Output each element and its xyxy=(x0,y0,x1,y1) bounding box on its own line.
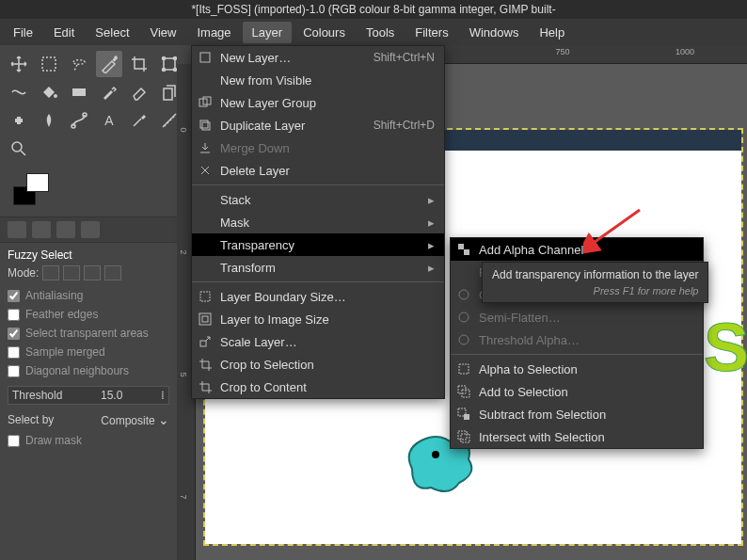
dock-tab-2[interactable] xyxy=(32,221,51,238)
select-by-label: Select by xyxy=(8,413,54,426)
menu-add-to-selection[interactable]: Add to Selection xyxy=(451,380,703,403)
transparent-checkbox[interactable] xyxy=(8,328,20,340)
tool-free-select[interactable] xyxy=(66,51,92,77)
chevron-down-icon: ⌄ xyxy=(158,412,169,427)
threshold-slider[interactable]: Threshold 15.0 ⁞ xyxy=(8,386,169,405)
svg-rect-34 xyxy=(461,434,469,442)
menu-bar: File Edit Select View Image Layer Colour… xyxy=(0,19,747,45)
toolbox: A Fuzzy Select Mode: Antialiasing Feathe… xyxy=(0,45,177,456)
tool-move[interactable] xyxy=(6,51,32,77)
svg-text:A: A xyxy=(104,113,114,128)
menu-new-from-visible[interactable]: New from Visible xyxy=(192,69,444,91)
menu-duplicate-layer[interactable]: Duplicate LayerShift+Ctrl+D xyxy=(192,114,444,136)
svg-rect-2 xyxy=(164,58,175,70)
menu-select[interactable]: Select xyxy=(86,22,138,43)
tool-rect-select[interactable] xyxy=(36,51,62,77)
menu-boundary-size[interactable]: Layer Boundary Size… xyxy=(192,285,444,308)
sample-merged-label: Sample merged xyxy=(25,345,105,359)
svg-point-26 xyxy=(459,312,469,322)
menu-help[interactable]: Help xyxy=(530,22,574,43)
menu-delete-layer[interactable]: Delete Layer xyxy=(192,159,444,182)
menu-colours[interactable]: Colours xyxy=(294,22,355,43)
threshold-value: 15.0 xyxy=(101,389,122,402)
dock-tabs xyxy=(0,216,177,243)
menu-transform[interactable]: Transform▸ xyxy=(192,256,444,279)
tool-heal[interactable] xyxy=(6,107,32,134)
menu-filters[interactable]: Filters xyxy=(405,22,457,43)
svg-point-1 xyxy=(115,56,117,58)
submenu-arrow-icon: ▸ xyxy=(428,193,435,207)
color-swatches[interactable] xyxy=(0,168,177,216)
menu-threshold-alpha: Threshold Alpha… xyxy=(451,328,703,351)
svg-rect-33 xyxy=(458,431,467,440)
menu-image[interactable]: Image xyxy=(187,22,240,43)
antialiasing-checkbox[interactable] xyxy=(8,290,20,302)
svg-rect-22 xyxy=(200,341,206,346)
mode-subtract[interactable] xyxy=(84,265,101,280)
ruler-tick: 2 xyxy=(179,249,188,254)
submenu-arrow-icon: ▸ xyxy=(428,238,435,252)
tool-crop[interactable] xyxy=(126,51,152,77)
draw-mask-checkbox[interactable] xyxy=(8,435,20,447)
selection-replace-icon xyxy=(456,361,471,376)
tool-zoom[interactable] xyxy=(6,136,32,162)
menu-edit[interactable]: Edit xyxy=(44,22,84,43)
tool-fuzzy-select[interactable] xyxy=(96,51,122,77)
gegl-icon xyxy=(456,332,471,347)
menu-mask[interactable]: Mask▸ xyxy=(192,211,444,233)
tool-eraser[interactable] xyxy=(126,79,152,105)
menu-alpha-to-selection[interactable]: Alpha to Selection xyxy=(451,358,703,380)
menu-view[interactable]: View xyxy=(141,22,186,43)
svg-point-27 xyxy=(459,335,469,344)
menu-crop-content[interactable]: Crop to Content xyxy=(192,376,444,398)
tool-smudge[interactable] xyxy=(36,107,62,134)
tool-gradient[interactable] xyxy=(66,79,92,105)
menu-subtract-from-selection[interactable]: Subtract from Selection xyxy=(451,403,703,425)
diagonal-checkbox[interactable] xyxy=(8,365,20,377)
ruler-tick: 0 xyxy=(179,127,188,132)
tool-warp[interactable] xyxy=(6,79,32,105)
menu-new-layer-group[interactable]: New Layer Group xyxy=(192,91,444,114)
svg-point-7 xyxy=(54,94,57,98)
dock-tab-3[interactable] xyxy=(56,221,75,238)
menu-layer[interactable]: Layer xyxy=(243,22,293,43)
menu-transparency[interactable]: Transparency▸ xyxy=(192,233,444,256)
foreground-color[interactable] xyxy=(26,173,49,192)
dock-tab-4[interactable] xyxy=(81,221,100,238)
menu-add-alpha[interactable]: Add Alpha Channel xyxy=(451,238,703,261)
tool-paint[interactable] xyxy=(96,79,122,105)
tool-picker[interactable] xyxy=(126,107,152,134)
select-by-value[interactable]: Composite ⌄ xyxy=(101,412,169,427)
feather-checkbox[interactable] xyxy=(8,309,20,321)
mode-replace[interactable] xyxy=(42,265,59,280)
menu-crop-selection[interactable]: Crop to Selection xyxy=(192,353,444,376)
menu-new-layer[interactable]: New Layer…Shift+Ctrl+N xyxy=(192,46,444,69)
menu-intersect-with-selection[interactable]: Intersect with Selection xyxy=(451,425,703,448)
mode-add[interactable] xyxy=(63,265,80,280)
menu-scale-layer[interactable]: Scale Layer… xyxy=(192,330,444,353)
menu-stack[interactable]: Stack▸ xyxy=(192,188,444,211)
tool-bucket[interactable] xyxy=(36,79,62,105)
menu-tools[interactable]: Tools xyxy=(357,22,404,43)
ruler-tick: 1000 xyxy=(675,47,694,56)
dock-tab-1[interactable] xyxy=(8,221,26,238)
menu-file[interactable]: File xyxy=(4,22,42,43)
threshold-stepper[interactable]: ⁞ xyxy=(161,389,165,402)
svg-rect-18 xyxy=(202,122,210,130)
svg-point-5 xyxy=(163,69,166,72)
menu-layer-to-image[interactable]: Layer to Image Size xyxy=(192,308,444,330)
tool-text[interactable]: A xyxy=(96,107,122,134)
mode-label: Mode: xyxy=(8,266,39,280)
draw-mask-label: Draw mask xyxy=(25,434,82,447)
ruler-tick: 7 xyxy=(179,494,188,499)
svg-point-12 xyxy=(12,142,22,152)
svg-rect-14 xyxy=(200,53,210,62)
mode-intersect[interactable] xyxy=(104,265,121,280)
tool-path[interactable] xyxy=(66,107,92,134)
crop-icon xyxy=(198,357,213,372)
sample-merged-checkbox[interactable] xyxy=(8,346,20,359)
menu-windows[interactable]: Windows xyxy=(460,22,529,43)
gegl-icon xyxy=(456,310,471,325)
ruler-tick: 750 xyxy=(555,47,569,56)
alpha-icon xyxy=(456,242,471,257)
